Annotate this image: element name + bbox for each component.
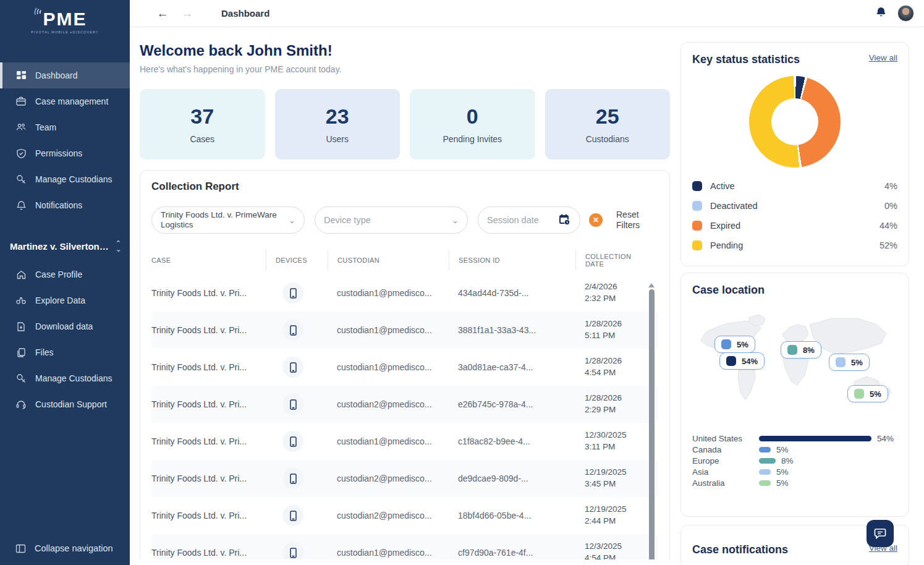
notifications-bell-icon[interactable] (875, 6, 888, 21)
sidebar-item-team[interactable]: Team (0, 114, 130, 140)
country-row-europe: Europe8% (692, 455, 897, 466)
page-title: Dashboard (221, 8, 269, 19)
sidebar-item-label: Notifications (35, 200, 82, 210)
logo-waves-icon (33, 5, 45, 20)
cell-collection-date: 12/19/20253:45 PM (575, 467, 650, 490)
sidebar-item-notifications[interactable]: Notifications (0, 192, 130, 218)
smartphone-icon (282, 542, 303, 559)
cell-custodian: custodian2@pmedisco... (328, 511, 449, 520)
cell-collection-date: 1/28/20264:54 PM (575, 355, 650, 379)
cell-session-id: 18bf4d66-05be-4... (449, 511, 575, 520)
country-percentage: 5% (776, 445, 789, 454)
sidebar-item-case-profile[interactable]: Case Profile (0, 261, 130, 287)
country-percentage: 8% (781, 456, 794, 465)
team-icon (15, 122, 27, 133)
legend-row-pending: Pending52% (692, 236, 897, 255)
sidebar-item-files[interactable]: Files (0, 339, 130, 365)
forward-button[interactable]: → (178, 7, 197, 20)
sidebar-item-label: Files (35, 347, 54, 357)
sidebar-item-manage-custodians[interactable]: Manage Custodians (0, 166, 130, 192)
key-status-view-all-link[interactable]: View all (869, 53, 897, 62)
sidebar-item-label: Permissions (35, 148, 82, 158)
collection-table: CASE DEVICES CUSTODIAN SESSION ID COLLEC… (140, 246, 669, 559)
canada-map-pct: 5% (737, 340, 748, 349)
device-type-placeholder: Device type (324, 215, 371, 225)
cell-devices (266, 394, 328, 415)
sidebar-item-dashboard[interactable]: Dashboard (0, 62, 130, 88)
collapse-navigation-button[interactable]: Collapse navigation (0, 535, 130, 561)
smartphone-icon (282, 357, 303, 378)
map-badge-australia: 5% (847, 385, 888, 402)
case-location-title: Case location (692, 284, 765, 297)
table-row[interactable]: Trinity Foods Ltd. v. Pri...custodian1@p… (151, 312, 658, 349)
case-selector[interactable]: Martinez v. Silverton… ⌃⌃ (0, 240, 130, 252)
case-filter-value: Trinity Foods Ltd. v. PrimeWare Logistic… (161, 210, 284, 229)
smartphone-icon (282, 394, 303, 415)
legend-label: Pending (710, 240, 743, 250)
reset-filters-button[interactable]: Reset Filters (616, 210, 647, 231)
stat-value: 23 (326, 104, 349, 129)
table-row[interactable]: Trinity Foods Ltd. v. Pri...custodian1@p… (151, 274, 658, 312)
legend-label: Deactivated (710, 201, 758, 211)
asia-map-pct: 5% (851, 358, 863, 367)
sidebar-item-custodian-support[interactable]: Custodian Support (0, 391, 130, 417)
table-row[interactable]: Trinity Foods Ltd. v. Pri...custodian2@p… (151, 460, 658, 497)
bell-outline-icon (15, 200, 27, 211)
sidebar: PME PIVOTAL MOBILE eDISCOVERY Dashboard … (0, 0, 130, 565)
chevron-down-icon: ⌄ (289, 216, 295, 225)
country-bar (759, 436, 871, 441)
country-name: Canada (692, 445, 759, 454)
clear-filters-icon[interactable]: ✕ (589, 213, 603, 227)
back-button[interactable]: ← (153, 7, 172, 20)
primary-nav: Dashboard Case management Team Permissio… (0, 62, 130, 218)
legend-row-expired: Expired44% (692, 216, 897, 236)
cell-devices (266, 505, 328, 526)
table-row[interactable]: Trinity Foods Ltd. v. Pri...custodian1@p… (151, 423, 658, 460)
world-map: 5% 54% 8% 5% (692, 303, 897, 419)
device-type-dropdown[interactable]: Device type ⌄ (315, 206, 468, 234)
case-filter-dropdown[interactable]: Trinity Foods Ltd. v. PrimeWare Logistic… (151, 206, 305, 234)
filters-row: Trinity Foods Ltd. v. PrimeWare Logistic… (140, 206, 669, 234)
download-doc-icon (15, 321, 27, 332)
legend-percentage: 44% (879, 221, 897, 231)
stat-label: Cases (190, 134, 214, 144)
sidebar-item-permissions[interactable]: Permissions (0, 140, 130, 166)
map-badge-united-states: 54% (719, 352, 765, 370)
scrollbar-thumb[interactable] (649, 289, 655, 559)
case-nav: Case Profile Explore Data Download data … (0, 261, 130, 417)
chat-bubble-icon (873, 527, 887, 540)
sidebar-item-manage-custodians-case[interactable]: Manage Custodians (0, 365, 130, 391)
sidebar-item-explore-data[interactable]: Explore Data (0, 287, 130, 313)
sidebar-item-download-data[interactable]: Download data (0, 313, 130, 339)
table-row[interactable]: Trinity Foods Ltd. v. Pri...custodian2@p… (151, 497, 658, 534)
legend-percentage: 4% (884, 181, 897, 191)
session-date-picker[interactable]: Session date (478, 206, 580, 234)
binoculars-icon (15, 295, 27, 306)
cell-collection-date: 12/3/20254:54 PM (575, 541, 650, 559)
cell-case: Trinity Foods Ltd. v. Pri... (151, 362, 266, 372)
case-switch-icon: ⌃⌃ (116, 240, 121, 252)
table-row[interactable]: Trinity Foods Ltd. v. Pri...custodian1@p… (151, 534, 658, 559)
table-row[interactable]: Trinity Foods Ltd. v. Pri...custodian2@p… (151, 386, 658, 423)
cell-custodian: custodian1@pmedisco... (328, 325, 449, 335)
cell-session-id: cf97d90a-761e-4f... (449, 548, 575, 558)
user-avatar[interactable] (897, 5, 914, 22)
stat-card-custodians: 25 Custodians (545, 89, 671, 159)
legend-swatch (692, 221, 702, 231)
cell-custodian: custodian1@pmedisco... (328, 362, 449, 372)
cell-custodian: custodian1@pmedisco... (328, 288, 449, 298)
country-percentage: 5% (776, 467, 789, 477)
cell-devices (266, 320, 328, 341)
key-status-title: Key status statistics (692, 53, 800, 66)
chat-fab-button[interactable] (867, 520, 894, 547)
cell-case: Trinity Foods Ltd. v. Pri... (151, 399, 266, 409)
sidebar-item-case-management[interactable]: Case management (0, 88, 130, 114)
key-status-card: Key status statistics View all Active4%D… (680, 42, 909, 266)
scroll-up-arrow[interactable] (648, 283, 655, 287)
legend-label: Active (710, 181, 735, 191)
country-row-australia: Australia5% (692, 477, 897, 488)
key-icon (15, 174, 27, 185)
smartphone-icon (282, 320, 303, 341)
map-badge-canada: 5% (714, 336, 755, 353)
table-row[interactable]: Trinity Foods Ltd. v. Pri...custodian1@p… (151, 349, 658, 386)
